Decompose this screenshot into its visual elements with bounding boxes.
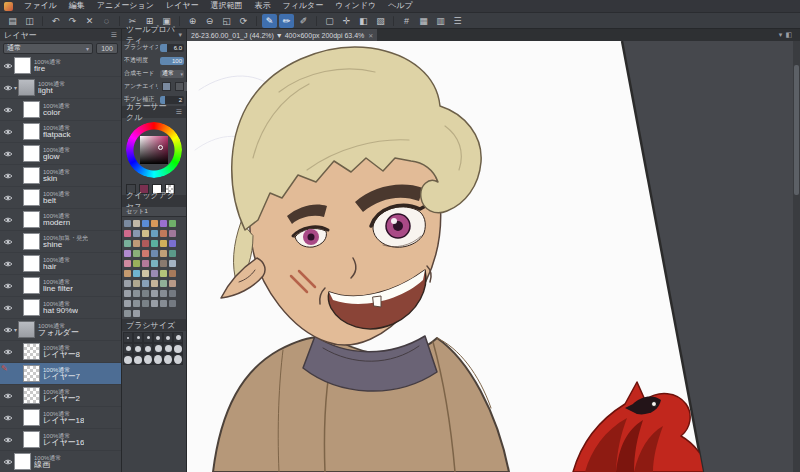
layer-thumbnail[interactable] bbox=[14, 57, 31, 74]
quick-access-tool[interactable] bbox=[168, 258, 177, 268]
ruler-icon[interactable]: # bbox=[399, 14, 414, 28]
quick-access-tool[interactable] bbox=[123, 218, 132, 228]
zoom-out-icon[interactable]: ⊖ bbox=[202, 14, 217, 28]
property-control[interactable] bbox=[160, 83, 184, 91]
deselect-icon[interactable]: ◌ bbox=[99, 14, 114, 28]
panel-toggle-icon[interactable]: ◧ bbox=[785, 31, 792, 39]
material-icon[interactable]: ☰ bbox=[450, 14, 465, 28]
quick-access-tool[interactable] bbox=[150, 228, 159, 238]
visibility-eye-icon[interactable] bbox=[2, 304, 14, 312]
quick-access-tool[interactable] bbox=[123, 298, 132, 308]
layer-row[interactable]: ✎ ▾ 100%加算・発光 shine bbox=[0, 231, 121, 253]
layer-name[interactable]: flatpack bbox=[43, 131, 71, 139]
quick-access-tool[interactable] bbox=[132, 288, 141, 298]
quick-access-tool[interactable] bbox=[123, 288, 132, 298]
quick-access-tool[interactable] bbox=[123, 248, 132, 258]
panel-menu-icon[interactable]: ☰ bbox=[176, 108, 182, 116]
menu-item[interactable]: レイヤー bbox=[160, 0, 205, 12]
brush-size-cell[interactable] bbox=[133, 343, 143, 354]
quick-access-tool[interactable] bbox=[141, 238, 150, 248]
saturation-value-square[interactable] bbox=[140, 136, 168, 164]
quick-access-tool[interactable] bbox=[159, 218, 168, 228]
ブラシサイズ[interactable]: ブラシサイズ 6.0 bbox=[122, 41, 186, 54]
layer-name[interactable]: レイヤー8 bbox=[43, 351, 80, 359]
brush-size-cell[interactable] bbox=[143, 332, 153, 343]
layer-name[interactable]: hat 90%w bbox=[43, 307, 78, 315]
quick-access-tool[interactable] bbox=[159, 268, 168, 278]
不透明度[interactable]: 不透明度 100 bbox=[122, 54, 186, 67]
tab-list-icon[interactable]: ▾ bbox=[779, 31, 783, 39]
layer-name[interactable]: shine bbox=[43, 241, 88, 249]
quick-access-tool[interactable] bbox=[150, 248, 159, 258]
layer-name[interactable]: fire bbox=[34, 65, 61, 73]
quick-access-tool[interactable] bbox=[132, 268, 141, 278]
quick-access-tool[interactable] bbox=[168, 218, 177, 228]
visibility-eye-icon[interactable] bbox=[2, 216, 14, 224]
quick-access-tool[interactable] bbox=[168, 278, 177, 288]
save-icon[interactable]: ◫ bbox=[22, 14, 37, 28]
brush-size-cell[interactable] bbox=[123, 343, 133, 354]
visibility-eye-icon[interactable] bbox=[2, 128, 14, 136]
visibility-eye-icon[interactable] bbox=[2, 260, 14, 268]
quick-access-tool[interactable] bbox=[141, 268, 150, 278]
brush-tool-icon[interactable]: ✏ bbox=[279, 14, 294, 28]
layer-thumbnail[interactable] bbox=[18, 321, 35, 338]
brush-size-cell[interactable] bbox=[163, 332, 173, 343]
quick-access-tool[interactable] bbox=[132, 258, 141, 268]
property-control[interactable]: 100 bbox=[160, 57, 184, 65]
layer-row[interactable]: ✎ ▾ 100%通常 レイヤー7 bbox=[0, 363, 121, 385]
layer-name[interactable]: レイヤー18 bbox=[43, 417, 84, 425]
brush-size-cell[interactable] bbox=[153, 332, 163, 343]
layer-name[interactable]: レイヤー16 bbox=[43, 439, 84, 447]
menu-item[interactable]: アニメーション bbox=[91, 0, 160, 12]
layer-thumbnail[interactable] bbox=[23, 101, 40, 118]
quick-access-tool[interactable] bbox=[168, 298, 177, 308]
layer-name[interactable]: belt bbox=[43, 197, 70, 205]
rotate-canvas-icon[interactable]: ⟳ bbox=[236, 14, 251, 28]
menu-item[interactable]: ファイル bbox=[18, 0, 63, 12]
layer-row[interactable]: ✎ ▾ 100%通常 hair bbox=[0, 253, 121, 275]
tab-close-icon[interactable]: ✕ bbox=[368, 32, 373, 39]
layer-row[interactable]: ✎ ▾ 100%通常 レイヤー18 bbox=[0, 407, 121, 429]
brush-size-cell[interactable] bbox=[173, 332, 183, 343]
quick-access-tool[interactable] bbox=[141, 298, 150, 308]
layer-row[interactable]: ✎ ▾ 100%通常 belt bbox=[0, 187, 121, 209]
visibility-eye-icon[interactable] bbox=[2, 238, 14, 246]
layer-thumbnail[interactable] bbox=[23, 233, 40, 250]
quick-access-tool[interactable] bbox=[168, 228, 177, 238]
quick-access-tool[interactable] bbox=[132, 278, 141, 288]
quick-access-tool[interactable] bbox=[123, 278, 132, 288]
visibility-eye-icon[interactable] bbox=[2, 194, 14, 202]
quick-access-tool[interactable] bbox=[123, 228, 132, 238]
layer-row[interactable]: ✎ ▾ 100%通常 レイヤー2 bbox=[0, 385, 121, 407]
folder-caret-icon[interactable]: ▾ bbox=[14, 84, 17, 91]
visibility-eye-icon[interactable] bbox=[2, 348, 14, 356]
quick-access-tool[interactable] bbox=[168, 248, 177, 258]
quick-access-tool[interactable] bbox=[150, 298, 159, 308]
quick-access-tool[interactable] bbox=[159, 288, 168, 298]
zoom-in-icon[interactable]: ⊕ bbox=[185, 14, 200, 28]
quick-access-tool[interactable] bbox=[123, 308, 132, 318]
layer-name[interactable]: light bbox=[38, 87, 65, 95]
folder-caret-icon[interactable]: ▾ bbox=[14, 326, 17, 333]
layer-name[interactable]: color bbox=[43, 109, 70, 117]
layer-thumbnail[interactable] bbox=[23, 167, 40, 184]
scrollbar-thumb[interactable] bbox=[794, 65, 799, 195]
grid-icon[interactable]: ▦ bbox=[416, 14, 431, 28]
visibility-eye-icon[interactable] bbox=[2, 172, 14, 180]
visibility-eye-icon[interactable] bbox=[2, 150, 14, 158]
layer-row[interactable]: ✎ ▾ 100%通常 線画 bbox=[0, 451, 121, 472]
layer-name[interactable]: レイヤー2 bbox=[43, 395, 80, 403]
layer-name[interactable]: 線画 bbox=[34, 461, 61, 469]
menu-item[interactable]: フィルター bbox=[276, 0, 329, 12]
layer-row[interactable]: ✎ ▾ 100%通常 hat 90%w bbox=[0, 297, 121, 319]
layer-thumbnail[interactable] bbox=[23, 299, 40, 316]
quick-access-tool[interactable] bbox=[159, 258, 168, 268]
quick-access-tool[interactable] bbox=[141, 258, 150, 268]
vertical-scrollbar[interactable] bbox=[793, 41, 800, 472]
layer-row[interactable]: ✎ ▾ 100%通常 line filter bbox=[0, 275, 121, 297]
visibility-eye-icon[interactable] bbox=[2, 282, 14, 290]
quick-access-tool[interactable] bbox=[168, 238, 177, 248]
visibility-eye-icon[interactable] bbox=[2, 458, 14, 466]
brush-size-cell[interactable] bbox=[153, 354, 163, 365]
